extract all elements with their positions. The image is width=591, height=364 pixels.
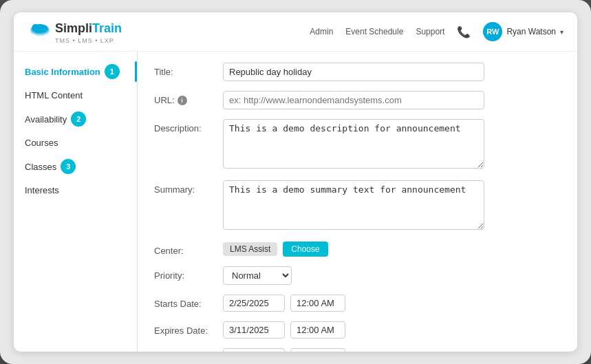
user-name-label: Ryan Watson (506, 27, 556, 36)
sidebar-item-courses[interactable]: Courses (14, 132, 137, 153)
center-label: Center: (154, 242, 223, 256)
support-link[interactable]: Support (416, 27, 444, 36)
svg-point-3 (32, 24, 39, 31)
priority-row: Priority: Normal High Low (154, 266, 561, 285)
summary-row: Summary: (154, 180, 561, 232)
user-menu[interactable]: RW Ryan Watson ▾ (483, 22, 563, 41)
phone-icon[interactable]: 📞 (457, 25, 471, 39)
url-row: URL: i (154, 91, 561, 109)
main-content: Basic Information 1 HTML Content Availab… (14, 52, 577, 352)
title-input[interactable] (223, 63, 484, 81)
starts-date-input[interactable] (223, 295, 285, 312)
sidebar: Basic Information 1 HTML Content Availab… (14, 52, 138, 352)
sidebar-item-classes[interactable]: Classes 3 (14, 153, 137, 180)
app-header: SimpliTrain TMS • LMS • LXP Admin Event … (14, 12, 577, 52)
expires-datetime-control (223, 321, 345, 339)
svg-point-4 (41, 25, 47, 32)
sidebar-label-courses: Courses (25, 138, 58, 148)
starts-datetime-control (223, 295, 345, 312)
remove-date-label: Remove Date: (154, 348, 223, 352)
url-control (223, 91, 484, 109)
sidebar-label-interests: Interests (25, 185, 59, 195)
event-schedule-link[interactable]: Event Schedule (345, 27, 403, 36)
sidebar-badge-3: 3 (61, 159, 76, 174)
form-area: Title: URL: i (138, 52, 577, 352)
sidebar-label-html-content: HTML Content (25, 90, 83, 100)
description-control (223, 119, 484, 171)
starts-time-input[interactable] (290, 295, 345, 312)
url-info-icon[interactable]: i (178, 96, 187, 105)
description-textarea[interactable] (223, 119, 484, 169)
expires-time-input[interactable] (290, 321, 345, 339)
center-row: Center: LMS Assist Choose (154, 242, 561, 257)
sidebar-badge-2: 2 (71, 111, 86, 127)
expires-date-input[interactable] (223, 321, 285, 339)
sidebar-label-basic-information: Basic Information (25, 67, 100, 77)
sidebar-item-availability[interactable]: Availability 2 (14, 106, 137, 132)
remove-time-input[interactable] (290, 348, 345, 352)
chevron-down-icon: ▾ (560, 28, 563, 36)
title-control (223, 63, 484, 81)
sidebar-item-basic-information[interactable]: Basic Information 1 (14, 58, 137, 85)
center-tag: LMS Assist (223, 242, 277, 256)
starts-date-label: Starts Date: (154, 295, 223, 309)
summary-textarea[interactable] (223, 180, 484, 230)
title-label: Title: (154, 63, 223, 77)
description-label: Description: (154, 119, 223, 133)
priority-control: Normal High Low (223, 266, 484, 285)
expires-date-label: Expires Date: (154, 321, 223, 336)
logo-sub: TMS • LMS • LXP (55, 37, 114, 44)
description-row: Description: (154, 119, 561, 171)
remove-date-row: Remove Date: (154, 348, 561, 352)
center-control: LMS Assist Choose (223, 242, 328, 257)
sidebar-active-bar (135, 61, 137, 82)
avatar: RW (483, 22, 502, 41)
sidebar-item-interests[interactable]: Interests (14, 180, 137, 201)
logo-text: SimpliTrain (55, 21, 122, 36)
starts-date-row: Starts Date: (154, 295, 561, 312)
url-input[interactable] (223, 91, 484, 109)
summary-label: Summary: (154, 180, 223, 195)
priority-select[interactable]: Normal High Low (223, 266, 292, 285)
url-label: URL: i (154, 91, 223, 105)
expires-date-row: Expires Date: (154, 321, 561, 339)
priority-label: Priority: (154, 266, 223, 281)
choose-button[interactable]: Choose (283, 242, 327, 257)
sidebar-label-availability: Availability (25, 114, 67, 125)
sidebar-label-classes: Classes (25, 162, 56, 172)
sidebar-badge-1: 1 (105, 64, 120, 79)
logo-area: SimpliTrain TMS • LMS • LXP (28, 19, 122, 44)
remove-datetime-control (223, 348, 345, 352)
logo-cloud-icon (28, 19, 52, 37)
remove-date-input[interactable] (223, 348, 285, 352)
summary-control (223, 180, 484, 232)
title-row: Title: (154, 63, 561, 81)
header-nav: Admin Event Schedule Support 📞 RW Ryan W… (310, 22, 563, 41)
sidebar-item-html-content[interactable]: HTML Content (14, 85, 137, 106)
admin-link[interactable]: Admin (310, 27, 333, 36)
